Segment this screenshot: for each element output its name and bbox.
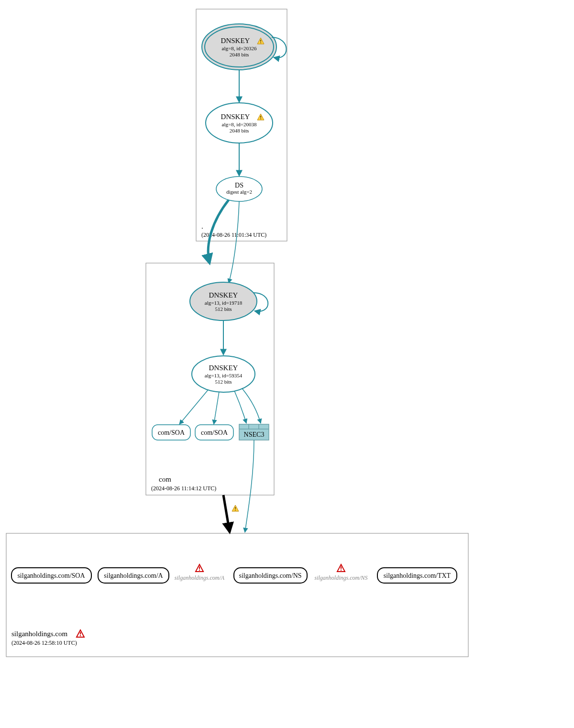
svg-text:DNSKEY: DNSKEY bbox=[221, 37, 250, 44]
node-leaf-ns: silganholdings.com/NS bbox=[234, 568, 307, 583]
svg-rect-49 bbox=[341, 567, 342, 569]
edge-com-zsk-to-soa1 bbox=[179, 390, 208, 424]
svg-text:512 bits: 512 bits bbox=[215, 379, 232, 385]
node-leaf-soa: silganholdings.com/SOA bbox=[11, 568, 91, 583]
svg-text:alg=13, id=19718: alg=13, id=19718 bbox=[205, 300, 243, 306]
svg-rect-35 bbox=[6, 533, 468, 657]
node-nsec3: NSEC3 bbox=[239, 424, 269, 440]
zone-com-timestamp: (2024-08-26 11:14:12 UTC) bbox=[151, 485, 216, 492]
svg-rect-50 bbox=[341, 570, 342, 571]
svg-text:com/SOA: com/SOA bbox=[201, 429, 228, 436]
node-leaf-txt: silganholdings.com/TXT bbox=[377, 568, 457, 583]
error-icon bbox=[77, 630, 84, 637]
svg-text:DNSKEY: DNSKEY bbox=[209, 291, 238, 299]
svg-text:alg=13, id=59354: alg=13, id=59354 bbox=[205, 373, 243, 378]
svg-text:DS: DS bbox=[235, 182, 243, 189]
zone-leaf: silganholdings.com (2024-08-26 12:58:10 … bbox=[6, 533, 468, 657]
node-com-ksk: DNSKEY alg=13, id=19718 512 bits bbox=[190, 282, 257, 320]
node-leaf-ns-grey: silganholdings.com/NS bbox=[314, 564, 367, 581]
node-com-soa-1: com/SOA bbox=[152, 425, 190, 440]
zone-leaf-label: silganholdings.com bbox=[11, 630, 67, 638]
svg-text:silganholdings.com/SOA: silganholdings.com/SOA bbox=[17, 572, 85, 579]
zone-leaf-timestamp: (2024-08-26 12:58:10 UTC) bbox=[11, 640, 77, 646]
node-com-soa-2: com/SOA bbox=[195, 425, 233, 440]
svg-text:silganholdings.com/NS: silganholdings.com/NS bbox=[239, 572, 301, 579]
warning-icon bbox=[232, 505, 239, 511]
node-com-zsk: DNSKEY alg=13, id=59354 512 bits bbox=[192, 356, 255, 392]
edge-com-zsk-to-soa2 bbox=[214, 392, 219, 424]
edge-ds-to-com-ksk-thin bbox=[229, 201, 239, 283]
node-leaf-a: silganholdings.com/A bbox=[98, 568, 169, 583]
dnssec-diagram: . (2024-08-26 11:01:34 UTC) DNSKEY alg=8… bbox=[0, 0, 574, 728]
error-icon bbox=[196, 564, 203, 572]
edge-nsec3-to-leaf bbox=[245, 440, 254, 532]
svg-text:silganholdings.com/NS: silganholdings.com/NS bbox=[314, 574, 367, 581]
zone-root-label: . bbox=[201, 222, 203, 230]
svg-text:alg=8, id=20038: alg=8, id=20038 bbox=[222, 121, 257, 127]
svg-text:NSEC3: NSEC3 bbox=[244, 431, 265, 438]
svg-text:DNSKEY: DNSKEY bbox=[209, 364, 238, 372]
svg-rect-44 bbox=[199, 567, 200, 569]
svg-text:2048 bits: 2048 bits bbox=[230, 52, 249, 57]
edge-com-to-leaf-insecure bbox=[223, 495, 230, 532]
edge-com-zsk-to-nsec3-a bbox=[234, 391, 246, 423]
svg-text:digest alg=2: digest alg=2 bbox=[226, 189, 252, 195]
zone-com-label: com bbox=[159, 475, 171, 483]
svg-rect-12 bbox=[260, 116, 261, 118]
svg-rect-36 bbox=[80, 632, 81, 635]
svg-rect-38 bbox=[235, 507, 236, 509]
svg-text:512 bits: 512 bits bbox=[215, 306, 232, 312]
svg-text:com/SOA: com/SOA bbox=[158, 429, 185, 436]
svg-text:DNSKEY: DNSKEY bbox=[221, 113, 250, 121]
svg-rect-37 bbox=[80, 635, 81, 636]
node-root-zsk: DNSKEY alg=8, id=20038 2048 bits bbox=[206, 103, 273, 143]
svg-rect-6 bbox=[260, 40, 261, 42]
svg-text:alg=8, id=20326: alg=8, id=20326 bbox=[222, 45, 257, 51]
svg-text:silganholdings.com/TXT: silganholdings.com/TXT bbox=[384, 572, 451, 579]
node-root-ksk: DNSKEY alg=8, id=20326 2048 bits bbox=[202, 24, 276, 70]
svg-text:silganholdings.com/A: silganholdings.com/A bbox=[104, 572, 163, 579]
node-leaf-a-grey: silganholdings.com/A bbox=[175, 564, 225, 581]
node-root-ds: DS digest alg=2 bbox=[216, 176, 262, 201]
svg-rect-39 bbox=[235, 510, 236, 511]
svg-rect-13 bbox=[260, 119, 261, 120]
svg-text:silganholdings.com/A: silganholdings.com/A bbox=[175, 574, 225, 581]
error-icon bbox=[337, 564, 345, 572]
svg-rect-45 bbox=[199, 570, 200, 571]
svg-text:2048 bits: 2048 bits bbox=[230, 128, 249, 133]
svg-rect-7 bbox=[260, 43, 261, 44]
